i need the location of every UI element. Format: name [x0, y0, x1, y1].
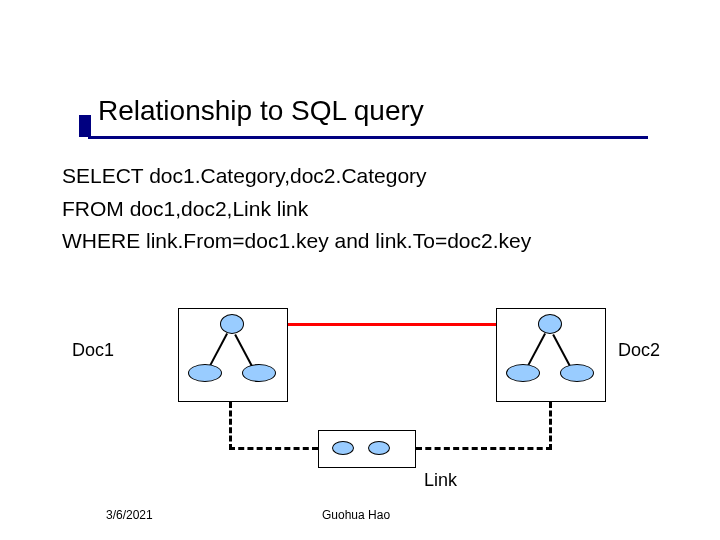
- doc1-node-right-icon: [242, 364, 276, 382]
- footer-date: 3/6/2021: [106, 508, 153, 522]
- title-underline: [88, 136, 648, 139]
- doc1-label: Doc1: [72, 340, 114, 361]
- sql-line-select: SELECT doc1.Category,doc2.Category: [62, 160, 531, 193]
- title-marker: [79, 115, 91, 137]
- slide-title: Relationship to SQL query: [98, 95, 424, 133]
- doc2-label: Doc2: [618, 340, 660, 361]
- dashed-connector-doc1-v: [229, 402, 232, 450]
- sql-line-where: WHERE link.From=doc1.key and link.To=doc…: [62, 225, 531, 258]
- doc2-node-left-icon: [506, 364, 540, 382]
- link-node-right-icon: [368, 441, 390, 455]
- doc1-node-root-icon: [220, 314, 244, 334]
- diagram: Doc1 Doc2 Link: [60, 302, 660, 482]
- dashed-connector-doc2-v: [549, 402, 552, 450]
- link-node-left-icon: [332, 441, 354, 455]
- dashed-connector-doc1-h: [229, 447, 318, 450]
- sql-line-from: FROM doc1,doc2,Link link: [62, 193, 531, 226]
- doc1-node-left-icon: [188, 364, 222, 382]
- doc2-node-root-icon: [538, 314, 562, 334]
- doc2-node-right-icon: [560, 364, 594, 382]
- slide: Relationship to SQL query SELECT doc1.Ca…: [0, 0, 720, 540]
- footer-author: Guohua Hao: [322, 508, 390, 522]
- dashed-connector-doc2-h: [416, 447, 552, 450]
- link-connector-line: [244, 323, 538, 326]
- link-label: Link: [424, 470, 457, 491]
- sql-query-block: SELECT doc1.Category,doc2.Category FROM …: [62, 160, 531, 258]
